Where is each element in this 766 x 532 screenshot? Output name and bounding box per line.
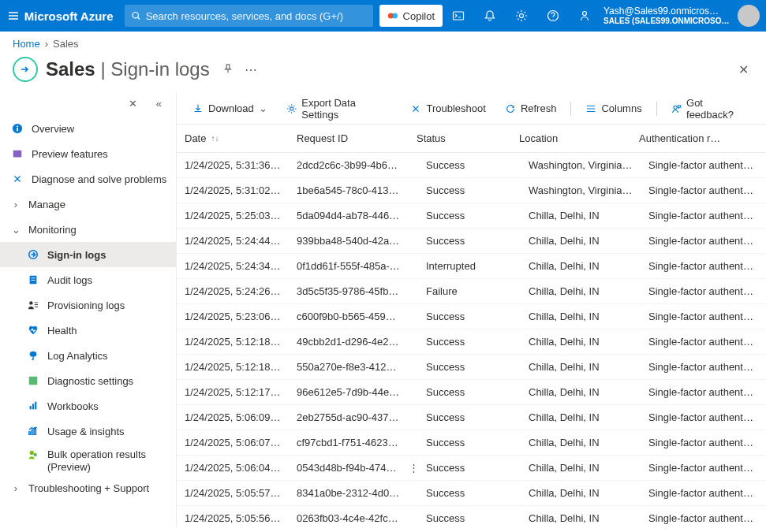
close-icon[interactable]: ✕	[738, 62, 753, 77]
table-row[interactable]: 1/24/2025, 5:12:18 PM550a270e-f8e3-4125……	[177, 355, 766, 380]
notifications-icon[interactable]	[474, 0, 506, 32]
sidebar-top-controls: ✕ «	[0, 98, 176, 116]
cell-auth: Single-factor authent…	[641, 487, 766, 499]
page-title-row: Sales | Sign-in logs ⋯ ✕	[0, 55, 766, 93]
sidebar-item-label: Health	[47, 325, 77, 337]
cell-location: Chilla, Delhi, IN	[521, 210, 641, 221]
svg-rect-22	[32, 404, 34, 409]
table-row[interactable]: 1/24/2025, 5:24:44 PM939bba48-540d-42af……	[177, 229, 766, 254]
svg-point-27	[30, 451, 34, 455]
svg-rect-23	[35, 402, 36, 410]
cell-auth: Single-factor authent…	[641, 311, 766, 322]
cell-auth: Single-factor authent…	[641, 361, 766, 373]
cell-status: Success	[418, 235, 521, 247]
sidebar-item-overview[interactable]: Overview	[0, 116, 176, 141]
settings-icon[interactable]	[506, 0, 537, 32]
cell-request: 939bba48-540d-42af…	[289, 235, 409, 247]
cell-status: Success	[418, 437, 521, 448]
col-header-auth[interactable]: Authentication r…	[631, 132, 766, 144]
table-row[interactable]: 1/24/2025, 5:05:56 PM0263fb03-4c4e-42fc-…	[177, 506, 766, 527]
cell-auth: Single-factor authent…	[641, 184, 766, 196]
table-row[interactable]: 1/24/2025, 5:31:02 PM1be6a545-78c0-413…S…	[177, 178, 766, 203]
toolbar-separator	[656, 102, 657, 116]
sidebar-item-preview[interactable]: Preview features	[0, 141, 176, 166]
table-row[interactable]: 1/24/2025, 5:12:17 PM96e612e5-7d9b-44e…S…	[177, 380, 766, 405]
loganalytics-icon	[27, 349, 39, 362]
col-header-request[interactable]: Request ID	[289, 132, 409, 144]
cell-date: 1/24/2025, 5:12:18 PM	[177, 361, 289, 373]
sidebar-item-diagsettings[interactable]: Diagnostic settings	[0, 368, 176, 393]
cell-date: 1/24/2025, 5:31:36 PM	[177, 159, 289, 171]
global-search[interactable]	[125, 5, 373, 27]
table-row[interactable]: 1/24/2025, 5:24:26 PM3d5c5f35-9786-45fb……	[177, 279, 766, 304]
cell-request: 5da094d4-ab78-446…	[289, 210, 409, 221]
export-button[interactable]: Export Data Settings	[278, 97, 400, 121]
sidebar-item-signin-logs[interactable]: Sign-in logs	[0, 242, 176, 267]
columns-label: Columns	[601, 102, 641, 114]
table-row[interactable]: 1/24/2025, 5:12:18 PM49cbb2d1-d296-4e2…S…	[177, 329, 766, 355]
cloud-shell-icon[interactable]	[443, 0, 474, 32]
avatar[interactable]	[738, 5, 760, 27]
sidebar-item-diagnose[interactable]: Diagnose and solve problems	[0, 166, 176, 192]
table-row[interactable]: 1/24/2025, 5:24:34 PM0f1dd61f-555f-485a-…	[177, 254, 766, 279]
col-header-status[interactable]: Status	[409, 132, 511, 144]
search-input[interactable]	[146, 10, 367, 22]
user-info[interactable]: Yash@Sales99.onmicros… SALES (SALES99.ON…	[600, 6, 734, 26]
workbooks-icon	[27, 400, 39, 412]
sidebar-item-audit-logs[interactable]: Audit logs	[0, 267, 176, 292]
cell-request: 1be6a545-78c0-413…	[289, 184, 409, 196]
copilot-button[interactable]: Copilot	[379, 5, 443, 27]
download-button[interactable]: Download ⌄	[185, 97, 275, 121]
info-icon	[11, 122, 24, 135]
cell-status: Success	[418, 159, 521, 171]
troubleshoot-button[interactable]: Troubleshoot	[402, 97, 493, 121]
sidebar-item-loganalytics[interactable]: Log Analytics	[0, 343, 176, 368]
table-row[interactable]: 1/24/2025, 5:06:04 PM0543d48b-f94b-474…⋮…	[177, 456, 766, 481]
audit-logs-icon	[27, 273, 39, 286]
table-row[interactable]: 1/24/2025, 5:31:36 PM2dcd2c6c-3b99-4b6…S…	[177, 153, 766, 178]
cell-location: Chilla, Delhi, IN	[521, 487, 641, 499]
feedback-button[interactable]: Got feedback?	[663, 97, 758, 121]
sidebar-section-troubleshoot[interactable]: › Troubleshooting + Support	[0, 475, 176, 500]
download-icon	[192, 103, 204, 114]
table-row[interactable]: 1/24/2025, 5:23:06 PMc600f9b0-b565-4597……	[177, 304, 766, 329]
sidebar-section-monitoring[interactable]: ⌄ Monitoring	[0, 217, 176, 242]
table-row[interactable]: 1/24/2025, 5:06:07 PMcf97cbd1-f751-4623-…	[177, 430, 766, 456]
svg-point-6	[583, 12, 587, 16]
columns-button[interactable]: Columns	[577, 97, 649, 121]
brand-label[interactable]: Microsoft Azure	[21, 9, 125, 23]
sidebar-item-health[interactable]: Health	[0, 318, 176, 343]
cell-auth: Single-factor authent…	[641, 437, 766, 448]
table-row[interactable]: 1/24/2025, 5:25:03 PM5da094d4-ab78-446…S…	[177, 203, 766, 229]
sidebar-collapse-icon[interactable]: «	[156, 98, 162, 110]
pin-icon[interactable]	[222, 63, 234, 76]
svg-point-30	[674, 106, 677, 109]
refresh-button[interactable]: Refresh	[497, 97, 565, 121]
cell-request: 96e612e5-7d9b-44e…	[289, 386, 409, 398]
cell-request: 3d5c5f35-9786-45fb…	[289, 285, 409, 297]
sidebar-item-provisioning[interactable]: Provisioning logs	[0, 292, 176, 318]
diagsettings-icon	[27, 374, 39, 387]
menu-icon[interactable]	[6, 9, 21, 22]
cell-status: Success	[418, 462, 521, 474]
col-header-location[interactable]: Location	[511, 132, 631, 144]
cell-request: 0543d48b-f94b-474…	[289, 462, 409, 474]
sidebar-item-bulk[interactable]: Bulk operation results (Preview)	[0, 444, 176, 475]
cell-auth: Single-factor authent…	[641, 512, 766, 524]
col-header-date[interactable]: Date↑↓	[177, 132, 289, 144]
cell-request: 49cbb2d1-d296-4e2…	[289, 336, 409, 348]
help-icon[interactable]	[537, 0, 569, 32]
gear-icon	[286, 103, 297, 114]
sidebar-item-label: Manage	[28, 199, 65, 210]
sidebar-item-workbooks[interactable]: Workbooks	[0, 393, 176, 419]
sidebar-section-manage[interactable]: › Manage	[0, 192, 176, 217]
cell-location: Chilla, Delhi, IN	[521, 361, 641, 373]
table-row[interactable]: 1/24/2025, 5:06:09 PM2eb2755d-ac90-437…S…	[177, 405, 766, 430]
feedback-icon[interactable]	[569, 0, 600, 32]
breadcrumb-home[interactable]: Home	[13, 38, 40, 50]
sidebar-item-usage[interactable]: Usage & insights	[0, 419, 176, 444]
sidebar-close-icon[interactable]: ✕	[129, 98, 137, 110]
more-icon[interactable]: ⋯	[245, 62, 259, 77]
sidebar-item-label: Troubleshooting + Support	[28, 482, 149, 494]
table-row[interactable]: 1/24/2025, 5:05:57 PM8341a0be-2312-4d0…S…	[177, 481, 766, 506]
